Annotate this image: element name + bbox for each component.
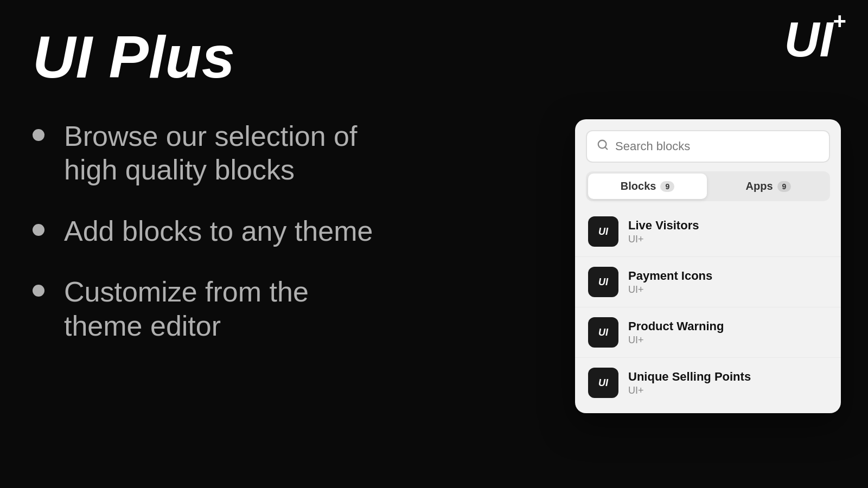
item-sub: UI+ xyxy=(628,335,724,346)
item-name: Unique Selling Points xyxy=(628,370,751,384)
tab-blocks-label: Blocks xyxy=(621,180,656,192)
item-name: Payment Icons xyxy=(628,269,712,283)
item-text-payment-icons: Payment Icons UI+ xyxy=(628,269,712,296)
bullet-dot xyxy=(33,129,44,141)
bullet-text-3: Customize from thetheme editor xyxy=(64,275,309,343)
search-box[interactable] xyxy=(586,130,830,163)
tabs-container: Blocks 9 Apps 9 xyxy=(586,171,830,201)
bullet-dot xyxy=(33,224,44,236)
bullet-list: Browse our selection ofhigh quality bloc… xyxy=(33,119,456,343)
left-section: UI Plus Browse our selection ofhigh qual… xyxy=(0,0,488,488)
item-icon-product-warning: UI xyxy=(588,317,618,348)
list-item: Add blocks to any theme xyxy=(33,214,456,248)
item-icon-live-visitors: UI xyxy=(588,216,618,247)
item-name: Live Visitors xyxy=(628,219,699,233)
tab-apps-label: Apps xyxy=(746,180,773,192)
tab-apps[interactable]: Apps 9 xyxy=(709,174,828,199)
bullet-text-2: Add blocks to any theme xyxy=(64,214,373,248)
list-item[interactable]: UI Unique Selling Points UI+ xyxy=(575,358,841,408)
item-sub: UI+ xyxy=(628,284,712,296)
bullet-text-1: Browse our selection ofhigh quality bloc… xyxy=(64,119,358,187)
item-sub: UI+ xyxy=(628,234,699,245)
tab-blocks[interactable]: Blocks 9 xyxy=(588,174,707,199)
tab-apps-badge: 9 xyxy=(777,181,792,192)
logo-text: UI xyxy=(784,12,833,67)
search-container xyxy=(575,119,841,163)
bullet-dot xyxy=(33,285,44,297)
list-item: Browse our selection ofhigh quality bloc… xyxy=(33,119,456,187)
item-text-live-visitors: Live Visitors UI+ xyxy=(628,219,699,245)
list-item[interactable]: UI Payment Icons UI+ xyxy=(575,257,841,307)
list-item[interactable]: UI Live Visitors UI+ xyxy=(575,207,841,257)
item-icon-unique-selling-points: UI xyxy=(588,368,618,398)
item-text-unique-selling-points: Unique Selling Points UI+ xyxy=(628,370,751,396)
top-right-logo: UI+ xyxy=(784,15,846,64)
main-title: UI Plus xyxy=(33,27,456,87)
right-panel: Blocks 9 Apps 9 UI Live Visitors UI+ UI … xyxy=(575,119,841,413)
tab-blocks-badge: 9 xyxy=(660,181,674,192)
list-item[interactable]: UI Product Warning UI+ xyxy=(575,307,841,358)
item-name: Product Warning xyxy=(628,319,724,333)
item-sub: UI+ xyxy=(628,385,751,396)
logo-plus: + xyxy=(833,8,846,34)
item-icon-payment-icons: UI xyxy=(588,267,618,297)
search-input[interactable] xyxy=(615,139,819,153)
list-item: Customize from thetheme editor xyxy=(33,275,456,343)
svg-line-1 xyxy=(605,147,607,149)
item-text-product-warning: Product Warning UI+ xyxy=(628,319,724,346)
search-icon xyxy=(597,139,609,154)
items-list: UI Live Visitors UI+ UI Payment Icons UI… xyxy=(575,201,841,413)
